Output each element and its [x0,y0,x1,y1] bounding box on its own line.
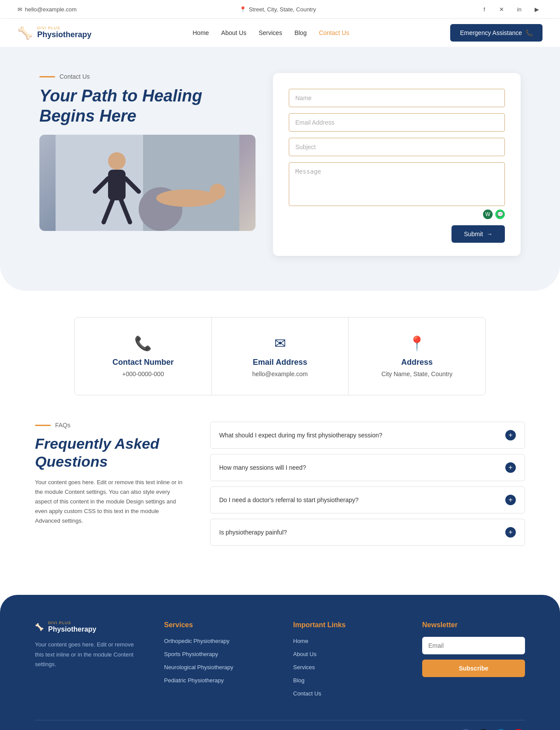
emergency-button[interactable]: Emergency Assistance 📞 [450,24,542,42]
faq-plus-icon-2: + [505,462,516,473]
youtube-icon[interactable]: ▶ [531,3,542,15]
faq-left: FAQs Frequently Asked Questions Your con… [35,422,184,526]
twitter-icon[interactable]: ✕ [496,3,508,15]
email-text: hello@example.com [25,6,77,13]
top-bar-address: 📍 Street, City, State, Country [239,6,316,13]
top-bar: ✉ hello@example.com 📍 Street, City, Stat… [0,0,560,19]
faq-section-label: FAQs [35,422,184,429]
footer-service-pediatric[interactable]: Pediatric Physiotherapy [164,677,224,684]
footer-link-home[interactable]: Home [293,638,308,644]
footer-link-blog[interactable]: Blog [293,677,304,684]
whatsapp-icon[interactable]: W [483,210,493,219]
subject-input[interactable] [289,138,505,156]
nav-services[interactable]: Services [259,29,282,36]
hero-section-label: Contact Us [39,73,256,80]
name-field-group [289,89,505,107]
hero-title-italic: Your Path to Healing [39,87,202,105]
faq-title-normal: Questions [35,453,108,470]
address-card-title: Address [357,358,476,367]
footer-link-contact[interactable]: Contact Us [293,690,321,697]
phone-card-icon: 📞 [84,335,203,352]
faq-item[interactable]: What should I expect during my first phy… [210,422,525,449]
address-card-value: City Name, State, Country [357,370,476,377]
faq-question-1: What should I expect during my first phy… [219,432,382,439]
footer-col-brand: 🦴 divi plus Physiotherapy Your content g… [35,621,138,702]
nav-contact[interactable]: Contact Us [319,29,349,36]
faq-plus-icon-1: + [505,430,516,440]
contact-form: W 💬 Submit → [273,73,521,256]
subject-field-group [289,138,505,156]
footer-link-about[interactable]: About Us [293,651,316,657]
list-item: Blog [293,676,396,684]
footer-logo-icon: 🦴 [35,623,44,631]
svg-point-11 [210,184,225,199]
email-card-title: Email Address [220,358,340,367]
faq-item[interactable]: How many sessions will I need? + [210,454,525,481]
footer-logo-text: divi plus Physiotherapy [48,621,96,633]
subscribe-button[interactable]: Subscribe [422,660,525,677]
hero-left: Contact Us Your Path to Healing Begins H… [39,73,256,231]
nav-home[interactable]: Home [192,29,209,36]
email-input[interactable] [289,113,505,132]
footer-link-services[interactable]: Services [293,664,315,671]
email-field-group [289,113,505,132]
main-nav: Home About Us Services Blog Contact Us [192,29,349,36]
footer-newsletter-title: Newsletter [422,621,525,629]
footer-description: Your content goes here. Edit or remove t… [35,640,138,669]
subscribe-label: Subscribe [459,665,489,672]
submit-label: Submit [464,231,483,238]
submit-arrow-icon: → [486,231,493,238]
footer-service-sports[interactable]: Sports Physiotherapy [164,651,218,657]
list-item: Orthopedic Physiotherapy [164,637,267,645]
header: 🦴 divi plus Physiotherapy Home About Us … [0,19,560,47]
hero-title: Your Path to Healing Begins Here [39,86,256,126]
footer-logo-sub: divi plus [48,621,96,625]
facebook-icon[interactable]: f [479,3,490,15]
list-item: Pediatric Physiotherapy [164,676,267,684]
message-textarea[interactable] [289,162,505,206]
list-item: About Us [293,650,396,658]
top-bar-email: ✉ hello@example.com [18,6,77,13]
submit-button[interactable]: Submit → [452,225,505,243]
submit-row: Submit → [289,225,505,243]
footer-links-title: Important Links [293,621,396,629]
footer-col-newsletter: Newsletter Subscribe [422,621,525,702]
email-card-icon: ✉ [220,335,340,352]
email-card-value: hello@example.com [220,370,340,377]
hero-title-normal: Begins Here [39,107,136,125]
footer-service-neurological[interactable]: Neurological Physiotherapy [164,664,233,671]
faq-question-4: Is physiotherapy painful? [219,529,287,536]
faq-section: FAQs Frequently Asked Questions Your con… [0,404,560,577]
faq-question-2: How many sessions will I need? [219,464,306,471]
message-field-group: W 💬 [289,162,505,219]
footer-col-links: Important Links Home About Us Services B… [293,621,396,702]
newsletter-email-input[interactable] [422,637,525,654]
contact-card-address: 📍 Address City Name, State, Country [349,318,485,395]
list-item: Services [293,663,396,671]
hero-image [39,135,256,231]
nav-about[interactable]: About Us [221,29,247,36]
chat-icon[interactable]: 💬 [495,210,505,219]
svg-point-10 [156,189,217,207]
linkedin-icon[interactable]: in [514,3,525,15]
footer-services-title: Services [164,621,267,629]
logo-icon: 🦴 [18,26,33,40]
footer-links-list: Home About Us Services Blog Contact Us [293,637,396,697]
textarea-icons: W 💬 [289,208,505,219]
contact-card-phone: 📞 Contact Number +000-0000-000 [75,318,212,395]
faq-title-italic: Frequently Asked [35,435,159,452]
faq-item[interactable]: Do I need a doctor's referral to start p… [210,486,525,513]
emergency-label: Emergency Assistance [460,29,522,36]
faq-plus-icon-4: + [505,527,516,538]
nav-blog[interactable]: Blog [294,29,307,36]
name-input[interactable] [289,89,505,107]
faq-title: Frequently Asked Questions [35,435,184,471]
list-item: Home [293,637,396,645]
footer-service-orthopedic[interactable]: Orthopedic Physiotherapy [164,638,230,644]
location-icon: 📍 [239,6,246,13]
faq-item[interactable]: Is physiotherapy painful? + [210,519,525,546]
contact-card-email: ✉ Email Address hello@example.com [212,318,349,395]
logo: 🦴 divi plus Physiotherapy [18,26,91,40]
footer-col-services: Services Orthopedic Physiotherapy Sports… [164,621,267,702]
footer-logo-name: Physiotherapy [48,625,96,633]
